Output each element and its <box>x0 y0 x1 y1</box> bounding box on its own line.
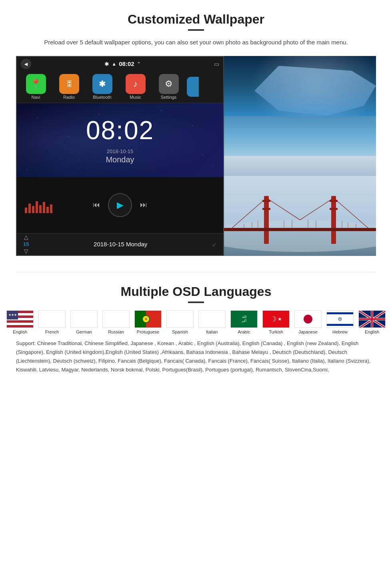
volume-number: 15 <box>23 241 29 247</box>
app-partial <box>187 77 199 97</box>
section2-divider <box>188 301 204 303</box>
app-partial-icon <box>187 77 199 97</box>
flag-usa-image: ★★★ <box>6 310 34 328</box>
flag-japanese: Japanese <box>294 310 322 334</box>
flag-israel-image: ✡ <box>326 310 354 328</box>
svg-rect-23 <box>224 228 376 231</box>
eq-bar <box>28 204 31 213</box>
eq-bar <box>36 201 38 213</box>
car-bottom-bar: △ 15 ▽ 2018-10-15 Monday ↙ <box>17 233 223 255</box>
flag-italian: Italian <box>198 310 226 334</box>
flag-arabic-image: اللهأكبر <box>230 310 258 328</box>
flag-english-uk: English <box>358 310 386 334</box>
flag-japan-image <box>294 310 322 328</box>
clock-day: Monday <box>106 155 134 164</box>
status-right: ✱ ▲ 08:02 ⌃ <box>104 60 140 67</box>
flag-hebrew: ✡ Hebrew <box>326 310 354 334</box>
flag-russia-image <box>102 310 130 328</box>
radio-label: Radio <box>63 95 75 100</box>
music-controls: ⏮ ▶ ⏭ <box>93 193 147 217</box>
settings-icon: ⚙ <box>159 74 179 94</box>
flag-hebrew-label: Hebrew <box>332 329 348 334</box>
radio-icon: 🎛 <box>59 74 79 94</box>
car-clock-screen: 08:02 2018-10-15 Monday <box>17 103 223 177</box>
section2-title: Multiple OSD Languages <box>16 284 376 299</box>
flag-spanish: Spanish <box>166 310 194 334</box>
wallpaper-ice <box>224 56 376 156</box>
flags-row: ★★★ English French German <box>16 310 376 334</box>
play-button[interactable]: ▶ <box>108 193 132 217</box>
screenshots-container: ◄ ✱ ▲ 08:02 ⌃ ▭ 📍 Navi 🎛 Radio <box>16 56 376 256</box>
eq-bar <box>50 204 52 213</box>
navi-label: Navi <box>31 95 40 100</box>
antenna-icon: ⌃ <box>137 61 141 67</box>
eq-bar <box>25 208 27 213</box>
wallpaper-bridge <box>224 156 376 256</box>
flag-spain-image <box>166 310 194 328</box>
bt-icon: ✱ <box>104 61 109 67</box>
flag-arabic-label: Arabic <box>238 329 250 334</box>
flag-uk-image <box>358 310 386 328</box>
eq-bar <box>46 207 49 213</box>
bluetooth-label: Bluetooth <box>93 95 111 100</box>
flag-germany-image <box>70 310 98 328</box>
music-label: Music <box>130 95 141 100</box>
volume-controls: △ 15 ▽ <box>23 234 29 254</box>
flag-turkish-label: Turkish <box>269 329 283 334</box>
languages-section: Multiple OSD Languages ★★★ English <box>0 276 392 382</box>
clock-date: 2018-10-15 <box>107 148 134 154</box>
svg-rect-3 <box>264 196 269 244</box>
wallpaper-bridge-image <box>224 156 376 256</box>
wallpaper-section: Customized Wallpaper Preload over 5 defa… <box>0 0 392 268</box>
flag-english-uk-label: English <box>365 329 379 334</box>
svg-point-2 <box>224 220 376 252</box>
section1-subtitle: Preload over 5 default wallpaper options… <box>16 38 376 47</box>
next-button[interactable]: ⏭ <box>140 201 147 209</box>
flag-russian-label: Russian <box>108 329 124 334</box>
car-statusbar: ◄ ✱ ▲ 08:02 ⌃ ▭ <box>17 57 223 71</box>
eq-bar <box>43 202 45 213</box>
eq-bar <box>39 205 42 213</box>
flag-portuguese: ⚔ Protuguese <box>134 310 162 334</box>
wallpapers-column <box>224 56 376 256</box>
flag-french: French <box>38 310 66 334</box>
music-icon: ♪ <box>126 74 146 94</box>
flag-spanish-label: Spanish <box>172 329 188 334</box>
flag-german: German <box>70 310 98 334</box>
car-ui: ◄ ✱ ▲ 08:02 ⌃ ▭ 📍 Navi 🎛 Radio <box>16 56 224 256</box>
clock-time: 08:02 <box>86 116 154 145</box>
window-icon: ▭ <box>214 61 219 67</box>
prev-button[interactable]: ⏮ <box>93 201 100 209</box>
svg-rect-6 <box>262 208 270 210</box>
eq-left <box>25 201 52 213</box>
eq-bar <box>32 206 34 213</box>
flag-english: ★★★ English <box>6 310 34 334</box>
flag-turkish: ☽ ★ Turkish <box>262 310 290 334</box>
svg-rect-4 <box>331 196 336 244</box>
flag-english-label: English <box>13 329 27 334</box>
bluetooth-icon: ✱ <box>92 74 112 94</box>
flag-french-label: French <box>45 329 59 334</box>
flag-portuguese-label: Protuguese <box>137 329 159 334</box>
flag-turkey-image: ☽ ★ <box>262 310 290 328</box>
bottom-date: 2018-10-15 Monday <box>33 241 208 248</box>
app-radio[interactable]: 🎛 Radio <box>54 74 84 100</box>
app-navi[interactable]: 📍 Navi <box>21 74 51 100</box>
corner-icon: ↙ <box>212 241 217 248</box>
flag-italian-label: Italian <box>206 329 218 334</box>
flag-france-image <box>38 310 66 328</box>
settings-label: Settings <box>161 95 177 100</box>
vol-up-button[interactable]: △ <box>24 234 28 240</box>
flag-arabic: اللهأكبر Arabic <box>230 310 258 334</box>
navi-icon: 📍 <box>26 74 46 94</box>
app-settings[interactable]: ⚙ Settings <box>154 74 184 100</box>
status-time: 08:02 <box>119 60 134 67</box>
flag-japanese-label: Japanese <box>298 329 318 334</box>
flag-german-label: German <box>76 329 92 334</box>
vol-down-button[interactable]: ▽ <box>24 248 28 254</box>
app-bluetooth[interactable]: ✱ Bluetooth <box>87 74 117 100</box>
app-music[interactable]: ♪ Music <box>120 74 150 100</box>
back-button[interactable]: ◄ <box>21 59 31 69</box>
section1-title: Customized Wallpaper <box>16 12 376 27</box>
wallpaper-ice-image <box>224 56 376 156</box>
